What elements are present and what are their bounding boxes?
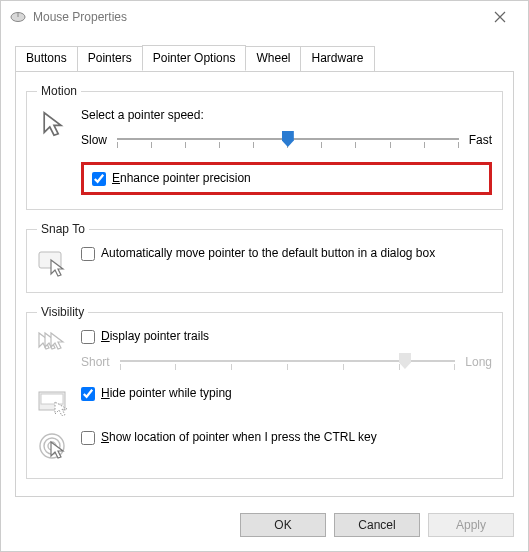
tab-wheel[interactable]: Wheel <box>245 46 301 72</box>
enhance-precision-highlight: Enhance pointer precision <box>81 162 492 195</box>
hide-pointer-checkbox[interactable]: Hide pointer while typing <box>81 386 492 401</box>
short-label: Short <box>81 355 110 369</box>
snap-to-icon <box>37 246 71 278</box>
tab-panel: Motion Select a pointer speed: Slow Fas <box>15 71 514 497</box>
mouse-properties-window: Mouse Properties Buttons Pointers Pointe… <box>0 0 529 552</box>
close-button[interactable] <box>480 2 520 32</box>
group-visibility: Visibility Display pointer trails <box>26 305 503 479</box>
tab-buttons[interactable]: Buttons <box>15 46 78 72</box>
svg-rect-4 <box>41 394 63 404</box>
tab-hardware[interactable]: Hardware <box>300 46 374 72</box>
fast-label: Fast <box>469 133 492 147</box>
titlebar: Mouse Properties <box>1 1 528 33</box>
ok-button[interactable]: OK <box>240 513 326 537</box>
pointer-trails-icon <box>37 329 71 359</box>
hide-pointer-label: Hide pointer while typing <box>101 386 232 400</box>
enhance-precision-label: Enhance pointer precision <box>112 171 251 185</box>
group-snap-to-legend: Snap To <box>37 222 89 236</box>
long-label: Long <box>465 355 492 369</box>
ctrl-locate-checkbox[interactable]: Show location of pointer when I press th… <box>81 430 492 445</box>
cursor-icon <box>37 108 71 138</box>
hide-pointer-icon <box>37 386 71 416</box>
apply-button: Apply <box>428 513 514 537</box>
tab-pointers[interactable]: Pointers <box>77 46 143 72</box>
snap-to-label: Automatically move pointer to the defaul… <box>101 246 435 260</box>
dialog-buttons: OK Cancel Apply <box>1 507 528 551</box>
group-visibility-legend: Visibility <box>37 305 88 319</box>
group-motion-legend: Motion <box>37 84 81 98</box>
cancel-button[interactable]: Cancel <box>334 513 420 537</box>
window-title: Mouse Properties <box>33 10 127 24</box>
tab-pointer-options[interactable]: Pointer Options <box>142 45 247 71</box>
enhance-precision-checkbox[interactable]: Enhance pointer precision <box>92 171 481 186</box>
pointer-speed-slider[interactable] <box>117 130 459 150</box>
group-motion: Motion Select a pointer speed: Slow Fas <box>26 84 503 210</box>
ctrl-locate-label: Show location of pointer when I press th… <box>101 430 377 444</box>
trails-length-slider <box>120 352 456 372</box>
slow-label: Slow <box>81 133 107 147</box>
ctrl-locate-icon <box>37 430 71 464</box>
display-trails-checkbox[interactable]: Display pointer trails <box>81 329 492 344</box>
pointer-speed-label: Select a pointer speed: <box>81 108 492 122</box>
snap-to-checkbox[interactable]: Automatically move pointer to the defaul… <box>81 246 492 261</box>
tabs: Buttons Pointers Pointer Options Wheel H… <box>1 45 528 71</box>
group-snap-to: Snap To Automatically move pointer to th… <box>26 222 503 293</box>
display-trails-label: Display pointer trails <box>101 329 209 343</box>
mouse-icon <box>9 10 27 24</box>
